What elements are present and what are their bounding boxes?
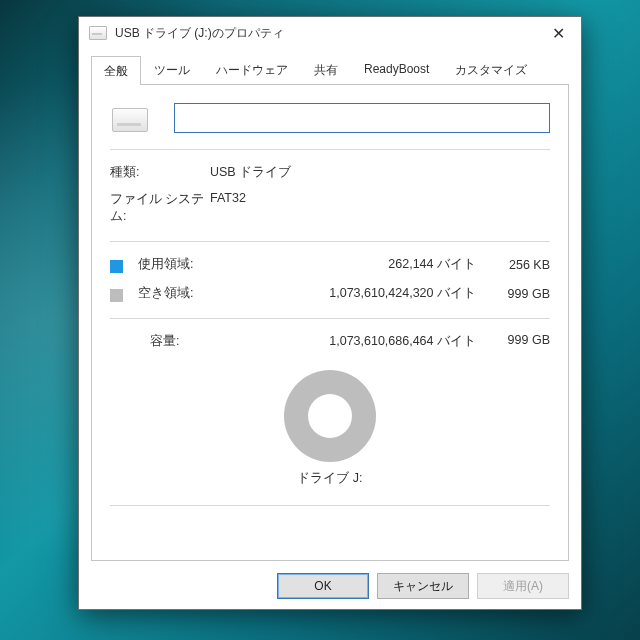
- ok-button[interactable]: OK: [277, 573, 369, 599]
- free-space-label: 空き領域:: [138, 285, 228, 302]
- close-icon[interactable]: ✕: [535, 17, 581, 49]
- divider: [110, 318, 550, 319]
- tab-readyboost[interactable]: ReadyBoost: [351, 55, 442, 84]
- titlebar[interactable]: USB ドライブ (J:)のプロパティ ✕: [79, 17, 581, 49]
- tab-sharing[interactable]: 共有: [301, 55, 351, 84]
- dialog-buttons: OK キャンセル 適用(A): [277, 573, 569, 599]
- general-panel: 種類: USB ドライブ ファイル システム: FAT32 使用領域: 262,…: [91, 85, 569, 561]
- tab-tools[interactable]: ツール: [141, 55, 203, 84]
- apply-button: 適用(A): [477, 573, 569, 599]
- cancel-button[interactable]: キャンセル: [377, 573, 469, 599]
- used-space-size: 256 KB: [480, 258, 550, 272]
- divider: [110, 505, 550, 506]
- drive-name-input[interactable]: [174, 103, 550, 133]
- window-title: USB ドライブ (J:)のプロパティ: [115, 25, 535, 42]
- filesystem-label: ファイル システム:: [110, 191, 210, 225]
- used-space-swatch: [110, 260, 123, 273]
- divider: [110, 241, 550, 242]
- tab-hardware[interactable]: ハードウェア: [203, 55, 301, 84]
- free-space-swatch: [110, 289, 123, 302]
- filesystem-value: FAT32: [210, 191, 550, 225]
- type-value: USB ドライブ: [210, 164, 550, 181]
- capacity-size: 999 GB: [480, 333, 550, 350]
- drive-icon: [89, 26, 107, 40]
- tab-customize[interactable]: カスタマイズ: [442, 55, 540, 84]
- capacity-label: 容量:: [110, 333, 228, 350]
- tab-strip: 全般 ツール ハードウェア 共有 ReadyBoost カスタマイズ: [91, 55, 569, 85]
- tab-general[interactable]: 全般: [91, 56, 141, 85]
- capacity-bytes: 1,073,610,686,464 バイト: [228, 333, 480, 350]
- free-space-bytes: 1,073,610,424,320 バイト: [228, 285, 480, 302]
- type-label: 種類:: [110, 164, 210, 181]
- properties-dialog: USB ドライブ (J:)のプロパティ ✕ 全般 ツール ハードウェア 共有 R…: [78, 16, 582, 610]
- divider: [110, 149, 550, 150]
- used-space-bytes: 262,144 バイト: [228, 256, 480, 273]
- drive-caption: ドライブ J:: [110, 470, 550, 487]
- free-space-size: 999 GB: [480, 287, 550, 301]
- used-space-label: 使用領域:: [138, 256, 228, 273]
- capacity-pie-chart: [284, 370, 376, 462]
- drive-large-icon: [112, 108, 148, 132]
